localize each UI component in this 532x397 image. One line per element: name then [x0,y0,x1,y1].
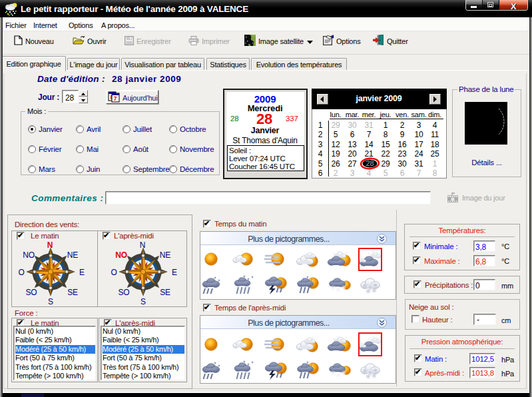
svg-text:28: 28 [366,159,374,167]
svg-text:7: 7 [114,95,117,102]
